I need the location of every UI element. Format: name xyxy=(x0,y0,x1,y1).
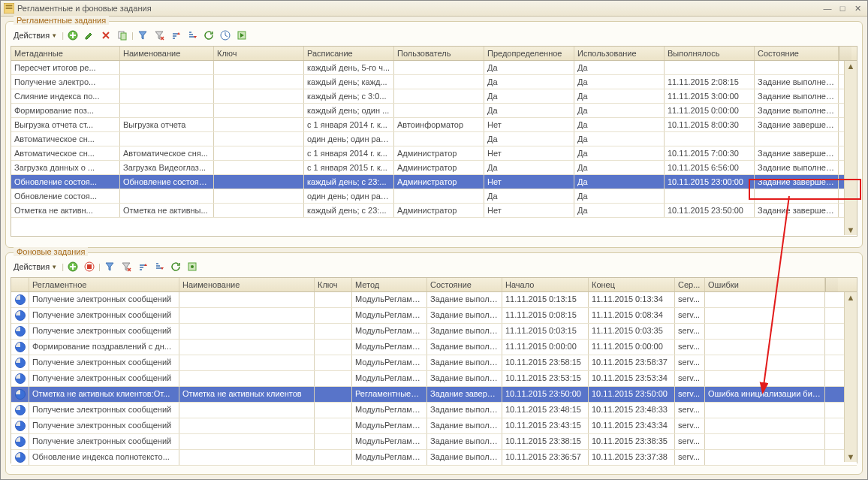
column-header[interactable]: Пользователь xyxy=(394,47,484,60)
svg-rect-1 xyxy=(6,5,13,7)
table-row[interactable]: Обновление состоя...один день; один раз.… xyxy=(11,189,857,204)
vertical-scrollbar[interactable]: ▲▼ xyxy=(844,292,857,462)
column-header[interactable]: Ключ xyxy=(315,278,352,291)
refresh-icon[interactable] xyxy=(168,259,183,274)
table-row[interactable]: Автоматическое сн...один день; один раз.… xyxy=(11,132,857,146)
status-pie-icon xyxy=(11,371,29,386)
table-row[interactable]: Автоматическое сн...Автоматическое сня..… xyxy=(11,146,857,161)
table-row[interactable]: Отметка не активных клиентов:От...Отметк… xyxy=(11,387,857,403)
table-row[interactable]: Получение электронных сообщенийМодульРег… xyxy=(11,418,857,434)
table-row[interactable]: Получение электро...каждый день; кажд...… xyxy=(11,75,857,89)
column-header[interactable]: Ключ xyxy=(214,47,304,60)
table-row[interactable]: Получение электронных сообщенийМодульРег… xyxy=(11,308,857,324)
column-header[interactable] xyxy=(11,278,29,291)
toolbar-background: Действия▼ | | xyxy=(11,259,857,274)
column-header[interactable]: Сер... xyxy=(675,278,705,291)
table-row[interactable]: Обновление индекса полнотексто...МодульР… xyxy=(11,450,857,466)
sort-desc-icon[interactable] xyxy=(152,259,167,274)
column-header[interactable]: Наименование xyxy=(120,47,214,60)
copy-icon[interactable] xyxy=(115,28,130,43)
panel-scheduled-title: Регламентные задания xyxy=(14,16,109,25)
status-pie-icon xyxy=(11,450,29,465)
column-header[interactable]: Состояние xyxy=(755,47,839,60)
grid-scheduled[interactable]: МетаданныеНаименованиеКлючРасписаниеПоль… xyxy=(11,46,857,237)
column-header[interactable]: Начало xyxy=(502,278,589,291)
window-title: Регламентные и фоновые задания xyxy=(17,4,819,13)
status-pie-icon xyxy=(11,324,29,339)
column-header[interactable]: Регламентное xyxy=(29,278,179,291)
column-header[interactable]: Метод xyxy=(352,278,427,291)
status-pie-icon xyxy=(11,403,29,418)
status-pie-icon xyxy=(11,308,29,323)
filter-clear-icon[interactable] xyxy=(119,259,134,274)
column-header[interactable]: Конец xyxy=(589,278,675,291)
column-header[interactable]: Ошибки xyxy=(705,278,825,291)
table-row[interactable]: Получение электронных сообщенийМодульРег… xyxy=(11,371,857,387)
minimize-button[interactable]: — xyxy=(821,3,834,14)
table-row[interactable]: Формирование поз...каждый день; один ...… xyxy=(11,104,857,118)
table-row[interactable]: Получение электронных сообщенийМодульРег… xyxy=(11,324,857,340)
column-header[interactable]: Наименование xyxy=(179,278,315,291)
svg-rect-10 xyxy=(87,264,92,269)
add-icon[interactable] xyxy=(65,259,80,274)
toolbar-scheduled: Действия▼ | | xyxy=(11,28,857,43)
column-header[interactable]: Предопределенное xyxy=(484,47,574,60)
actions-menu[interactable]: Действия▼ xyxy=(11,29,60,41)
column-header[interactable]: Использование xyxy=(574,47,665,60)
grid-background[interactable]: РегламентноеНаименованиеКлючМетодСостоян… xyxy=(11,277,857,463)
table-row[interactable]: Выгрузка отчета ст...Выгрузка отчетас 1 … xyxy=(11,118,857,132)
sort-asc-icon[interactable] xyxy=(168,28,183,43)
status-pie-icon xyxy=(11,387,29,402)
table-row[interactable]: Слияние индекса по...каждый день; с 3:0.… xyxy=(11,89,857,104)
panel-background-title: Фоновые задания xyxy=(14,247,88,256)
refresh-icon[interactable] xyxy=(201,28,216,43)
table-row[interactable]: Загрузка данных о ...Загрузка Видеоглаз.… xyxy=(11,161,857,175)
table-row[interactable]: Формирование поздравлений с дн...МодульР… xyxy=(11,340,857,355)
status-pie-icon xyxy=(11,340,29,355)
svg-rect-2 xyxy=(6,8,13,9)
filter-clear-icon[interactable] xyxy=(152,28,167,43)
status-pie-icon xyxy=(11,434,29,449)
properties-icon[interactable] xyxy=(185,259,200,274)
close-button[interactable]: ✕ xyxy=(851,3,864,14)
sort-asc-icon[interactable] xyxy=(135,259,150,274)
vertical-scrollbar[interactable]: ▲▼ xyxy=(844,61,857,235)
table-row[interactable]: Отметка не активн...Отметка не активны..… xyxy=(11,204,857,218)
maximize-button[interactable]: □ xyxy=(836,3,849,14)
scroll-down-icon[interactable]: ▼ xyxy=(845,225,857,235)
sort-desc-icon[interactable] xyxy=(185,28,200,43)
app-icon xyxy=(4,3,14,14)
stop-icon[interactable] xyxy=(82,259,97,274)
svg-rect-5 xyxy=(121,33,126,40)
status-pie-icon xyxy=(11,418,29,433)
schedule-icon[interactable] xyxy=(218,28,233,43)
table-row[interactable]: Получение электронных сообщенийМодульРег… xyxy=(11,403,857,418)
status-pie-icon xyxy=(11,355,29,370)
status-pie-icon xyxy=(11,292,29,307)
column-header[interactable]: Состояние xyxy=(427,278,502,291)
table-row[interactable]: Обновление состоя...Обновление состоян..… xyxy=(11,175,857,189)
run-icon[interactable] xyxy=(234,28,249,43)
actions-menu-2[interactable]: Действия▼ xyxy=(11,261,60,273)
table-row[interactable]: Получение электронных сообщенийМодульРег… xyxy=(11,292,857,308)
svg-point-12 xyxy=(191,265,194,268)
filter-icon[interactable] xyxy=(102,259,117,274)
add-icon[interactable] xyxy=(65,28,80,43)
table-row[interactable]: Получение электронных сообщенийМодульРег… xyxy=(11,355,857,371)
edit-icon[interactable] xyxy=(82,28,97,43)
scroll-up-icon[interactable]: ▲ xyxy=(845,61,857,71)
titlebar: Регламентные и фоновые задания — □ ✕ xyxy=(1,1,867,17)
filter-icon[interactable] xyxy=(135,28,150,43)
column-header[interactable]: Выполнялось xyxy=(665,47,755,60)
table-row[interactable]: Получение электронных сообщенийМодульРег… xyxy=(11,434,857,450)
column-header[interactable]: Расписание xyxy=(304,47,394,60)
column-header[interactable]: Метаданные xyxy=(11,47,120,60)
table-row[interactable]: Пересчет итогов ре...каждый день, 5-го ч… xyxy=(11,61,857,75)
delete-icon[interactable] xyxy=(98,28,113,43)
scroll-down-icon[interactable]: ▼ xyxy=(845,451,857,462)
scroll-up-icon[interactable]: ▲ xyxy=(845,292,857,303)
